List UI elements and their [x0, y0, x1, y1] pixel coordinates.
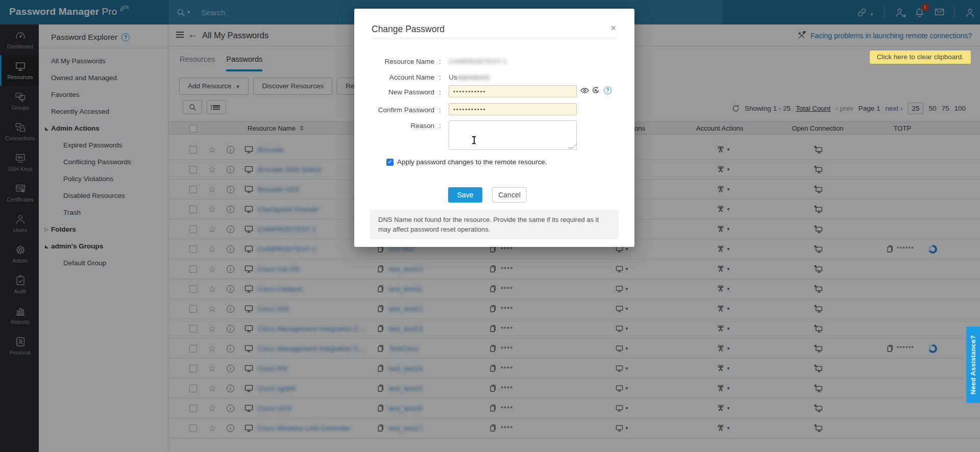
show-password-eye-icon[interactable]	[580, 88, 589, 93]
dns-note: DNS Name not found for the resource. Pro…	[370, 210, 619, 239]
change-password-dialog: Change Password × Resource Name : CHNPRO…	[354, 9, 634, 247]
reason-textarea[interactable]	[449, 120, 577, 150]
apply-remote-label: Apply password changes to the remote res…	[397, 158, 547, 166]
clear-clipboard-toast[interactable]: Click here to clear clipboard.	[870, 51, 971, 64]
confirm-password-input[interactable]: •••••••••••	[449, 103, 577, 115]
reason-label: Reason	[354, 122, 434, 130]
colon: :	[439, 122, 441, 130]
colon: :	[439, 88, 441, 96]
cancel-button[interactable]: Cancel	[492, 187, 527, 203]
new-password-label: New Password	[354, 88, 434, 96]
resource-name-label: Resource Name	[354, 58, 434, 65]
colon: :	[439, 106, 441, 114]
save-button[interactable]: Save	[448, 187, 482, 203]
password-help-icon[interactable]: ?	[604, 87, 611, 94]
account-name-value: Userproduct1	[449, 73, 490, 81]
account-name-label: Account Name	[354, 73, 434, 81]
resource-name-value: CHNPRODTEST-1	[449, 58, 507, 65]
apply-remote-checkbox[interactable]: ✓	[386, 159, 394, 166]
close-icon[interactable]: ×	[610, 23, 616, 33]
resize-grip[interactable]	[568, 143, 578, 148]
new-password-input[interactable]: •••••••••••	[449, 85, 577, 97]
need-assistance-tab[interactable]: Need Assistance?	[966, 327, 980, 403]
dialog-title: Change Password	[372, 24, 445, 35]
colon: :	[439, 58, 441, 65]
text-cursor	[472, 136, 476, 144]
generate-password-icon[interactable]	[592, 86, 600, 94]
colon: :	[439, 73, 441, 81]
confirm-password-label: Confirm Password	[354, 106, 434, 114]
dialog-divider	[372, 38, 617, 38]
